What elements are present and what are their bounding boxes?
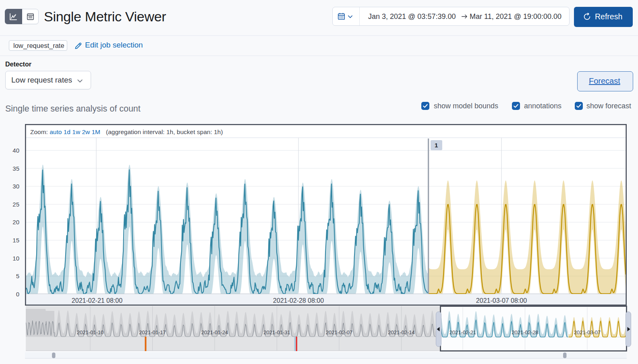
svg-text:20: 20	[12, 219, 19, 225]
svg-text:2021-03-07: 2021-03-07	[574, 329, 601, 335]
svg-text:2021-01-31: 2021-01-31	[263, 329, 290, 335]
svg-text:2021-01-24: 2021-01-24	[201, 329, 228, 335]
svg-text:2021-02-28: 2021-02-28	[512, 329, 539, 335]
svg-text:2021-01-10: 2021-01-10	[77, 329, 104, 335]
svg-text:2021-02-28 08:00: 2021-02-28 08:00	[273, 297, 324, 304]
svg-text:40: 40	[12, 147, 19, 154]
svg-text:30: 30	[12, 183, 19, 190]
svg-text:35: 35	[12, 165, 19, 172]
svg-text:2021-03-07 08:00: 2021-03-07 08:00	[476, 297, 527, 304]
svg-text:2021-02-21: 2021-02-21	[450, 329, 476, 335]
svg-text:10: 10	[12, 255, 19, 262]
svg-text:25: 25	[12, 201, 19, 208]
svg-text:2021-02-07: 2021-02-07	[326, 329, 353, 335]
svg-text:5: 5	[16, 273, 19, 279]
svg-text:2021-02-21 08:00: 2021-02-21 08:00	[72, 297, 122, 304]
svg-text:2021-01-17: 2021-01-17	[139, 329, 166, 335]
svg-text:0: 0	[16, 291, 19, 298]
svg-text:2021-02-14: 2021-02-14	[388, 329, 415, 335]
svg-text:15: 15	[12, 237, 19, 244]
